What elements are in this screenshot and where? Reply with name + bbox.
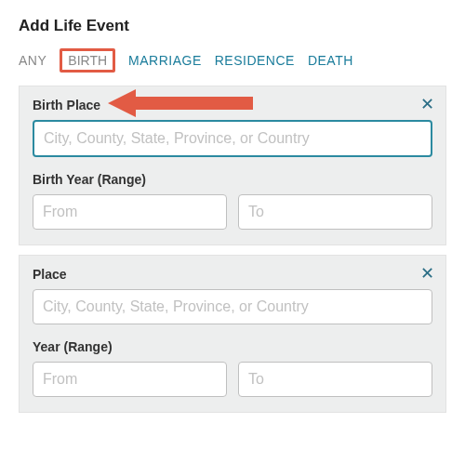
tab-any[interactable]: ANY: [19, 53, 46, 68]
birth-year-to-input[interactable]: [238, 194, 432, 230]
place-input[interactable]: [33, 289, 432, 324]
close-icon[interactable]: ✕: [420, 96, 434, 112]
tab-birth[interactable]: BIRTH: [60, 48, 115, 73]
tab-marriage[interactable]: MARRIAGE: [128, 53, 202, 68]
year-from-input[interactable]: [33, 362, 227, 397]
tab-residence[interactable]: RESIDENCE: [215, 53, 295, 68]
birth-place-input[interactable]: [33, 120, 432, 157]
birth-year-label: Birth Year (Range): [33, 172, 432, 187]
page-title: Add Life Event: [19, 17, 446, 35]
close-icon[interactable]: ✕: [420, 265, 434, 282]
generic-panel: ✕ Place Year (Range): [19, 255, 446, 413]
tab-death[interactable]: DEATH: [308, 53, 353, 68]
place-label: Place: [33, 267, 432, 282]
year-label: Year (Range): [33, 339, 432, 354]
year-to-input[interactable]: [238, 362, 432, 397]
birth-place-label: Birth Place: [33, 98, 432, 112]
birth-panel: ✕ Birth Place Birth Year (Range): [19, 86, 446, 245]
event-tabs: ANY BIRTH MARRIAGE RESIDENCE DEATH: [19, 48, 446, 73]
birth-year-from-input[interactable]: [33, 194, 227, 230]
